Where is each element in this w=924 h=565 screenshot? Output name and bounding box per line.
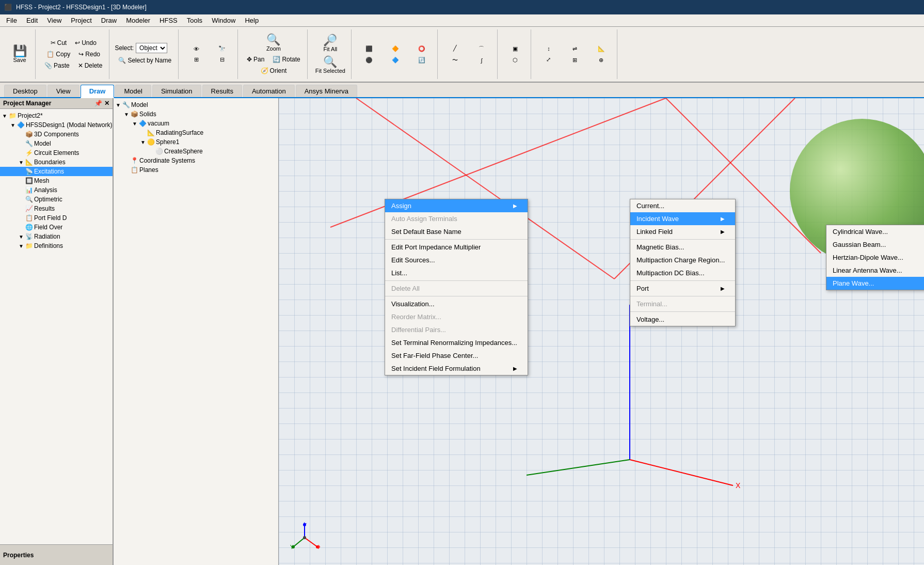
project-tree-item[interactable]: ⚡Circuit Elements: [0, 148, 113, 158]
sphere-tool[interactable]: ⚫: [357, 55, 381, 65]
cylinder-tool[interactable]: 🔶: [383, 44, 408, 54]
context-menu-item-set-far-field-phase-center---[interactable]: Set Far-Field Phase Center...: [385, 349, 528, 362]
context-menu-item-list---[interactable]: List...: [385, 266, 528, 279]
menu-item-help[interactable]: Help: [241, 15, 263, 25]
paste-button[interactable]: 📎 Paste: [41, 60, 73, 71]
rotate-button[interactable]: 🔄 Rotate: [269, 54, 304, 65]
model-tree-item[interactable]: ▼🟡Sphere1: [114, 137, 278, 147]
model-tree-item[interactable]: ▼🔧Model: [114, 100, 278, 109]
menu-item-view[interactable]: View: [43, 15, 66, 25]
view-btn-2[interactable]: 🔭: [210, 44, 234, 54]
fit-all-button[interactable]: 🔎 Fit All: [318, 33, 343, 54]
expand-icon[interactable]: ▼: [19, 243, 25, 249]
move-tool[interactable]: ↕: [536, 44, 561, 53]
model-tree-item[interactable]: 📍Coordinate Systems: [114, 156, 278, 165]
select-dropdown[interactable]: Object Face Edge Vertex: [136, 43, 167, 53]
viewport[interactable]: Z X Z X Y: [279, 98, 924, 565]
box-tool[interactable]: ⬛: [357, 44, 381, 54]
copy-button[interactable]: 📋 Copy: [43, 49, 74, 59]
fit-selected-button[interactable]: 🔍 Fit Selected: [313, 55, 348, 75]
save-button[interactable]: 💾 Save: [7, 44, 32, 65]
select-by-name-button[interactable]: 🔍 Select by Name: [115, 55, 175, 66]
context-menu-item-edit-sources---[interactable]: Edit Sources...: [385, 254, 528, 266]
tab-ansys-minerva[interactable]: Ansys Minerva: [296, 85, 357, 97]
pin-icon[interactable]: 📌: [94, 100, 102, 107]
menu-item-project[interactable]: Project: [67, 15, 95, 25]
context-menu-item-cylindrical-wave---[interactable]: Cylindrical Wave...: [826, 225, 924, 238]
subtract-tool[interactable]: ⬡: [503, 55, 528, 65]
tab-automation[interactable]: Automation: [243, 85, 295, 97]
context-menu-item-linear-antenna-wave---[interactable]: Linear Antenna Wave...: [826, 264, 924, 277]
spline-tool[interactable]: 〜: [443, 55, 468, 66]
context-menu-item-assign[interactable]: Assign▶: [385, 199, 528, 212]
menu-item-file[interactable]: File: [2, 15, 21, 25]
expand-icon[interactable]: ▼: [140, 139, 147, 145]
model-tree-item[interactable]: 📋Planes: [114, 165, 278, 175]
project-tree-item[interactable]: 📊Analysis: [0, 185, 113, 195]
project-tree-item[interactable]: ▼🔷HFSSDesign1 (Modal Network)*: [0, 120, 113, 130]
menu-item-window[interactable]: Window: [208, 15, 240, 25]
expand-icon[interactable]: ▼: [116, 102, 122, 108]
array-tool[interactable]: ⊞: [563, 55, 587, 65]
unite-tool[interactable]: ▣: [503, 44, 528, 54]
menu-item-modeler[interactable]: Modeler: [122, 15, 154, 25]
context-menu-excitations[interactable]: Assign▶Auto Assign TerminalsSet Default …: [385, 199, 528, 375]
context-menu-assign[interactable]: Current...Incident Wave▶Linked Field▶Mag…: [630, 199, 736, 326]
context-menu-item-set-incident-field-formulation[interactable]: Set Incident Field Formulation▶: [385, 362, 528, 375]
context-menu-incident-wave[interactable]: Cylindrical Wave...Gaussian Beam...Hertz…: [826, 225, 924, 290]
context-menu-item-linked-field[interactable]: Linked Field▶: [630, 225, 735, 238]
zoom-button[interactable]: 🔍 Zoom: [261, 33, 286, 53]
project-tree-item[interactable]: 🌐Field Over: [0, 223, 113, 232]
model-tree-item[interactable]: ▼🔷vacuum: [114, 119, 278, 128]
project-tree-item[interactable]: ▼📡Radiation: [0, 232, 113, 241]
expand-icon[interactable]: ▼: [19, 234, 25, 240]
project-tree-item[interactable]: 📡Excitations: [0, 167, 113, 176]
close-panel-icon[interactable]: ✕: [104, 100, 109, 107]
scale-tool[interactable]: ⤢: [536, 55, 561, 65]
context-menu-item-current---[interactable]: Current...: [630, 199, 735, 212]
fillet-tool[interactable]: ∫: [469, 56, 494, 65]
context-menu-item-visualization---[interactable]: Visualization...: [385, 297, 528, 310]
tab-simulation[interactable]: Simulation: [152, 85, 201, 97]
project-tree-item[interactable]: ▼📐Boundaries: [0, 158, 113, 167]
context-menu-item-multipaction-dc-bias---[interactable]: Multipaction DC Bias...: [630, 266, 735, 279]
arc-tool[interactable]: ⌒: [469, 43, 494, 54]
context-menu-item-set-terminal-renormalizing-impedances---[interactable]: Set Terminal Renormalizing Impedances...: [385, 336, 528, 349]
project-tree-item[interactable]: 📦3D Components: [0, 130, 113, 139]
pan-button[interactable]: ✥ Pan: [243, 54, 268, 65]
project-tree-item[interactable]: 📋Port Field D: [0, 213, 113, 223]
measure-tool[interactable]: 📐: [589, 44, 614, 54]
context-menu-item-hertzian-dipole-wave---[interactable]: Hertzian-Dipole Wave...: [826, 251, 924, 264]
project-tree-item[interactable]: 🔧Model: [0, 139, 113, 148]
expand-icon[interactable]: ▼: [132, 121, 138, 127]
context-menu-item-port[interactable]: Port▶: [630, 282, 735, 295]
model-tree-item[interactable]: ⚪CreateSphere: [114, 147, 278, 156]
model-tree-item[interactable]: 📐RadiatingSurface: [114, 128, 278, 137]
torus-tool[interactable]: ⭕: [409, 44, 434, 54]
tab-model[interactable]: Model: [115, 85, 151, 97]
expand-icon[interactable]: ▼: [10, 122, 17, 128]
tab-draw[interactable]: Draw: [81, 85, 115, 98]
view-btn-1[interactable]: 👁: [184, 44, 209, 54]
delete-button[interactable]: ✕ Delete: [74, 60, 106, 71]
context-menu-item-edit-port-impedance-multiplier[interactable]: Edit Port Impedance Multiplier: [385, 241, 528, 254]
helix-tool[interactable]: 🔃: [409, 55, 434, 65]
model-tree-item[interactable]: ▼📦Solids: [114, 109, 278, 119]
undo-button[interactable]: ↩ Undo: [71, 38, 100, 48]
cut-button[interactable]: ✂ Cut: [47, 38, 71, 48]
project-tree-item[interactable]: ▼📁Definitions: [0, 241, 113, 250]
coordinate-tool[interactable]: ⊕: [589, 55, 614, 65]
context-menu-item-gaussian-beam---[interactable]: Gaussian Beam...: [826, 238, 924, 251]
project-tree-item[interactable]: ▼📁Project2*: [0, 111, 113, 120]
tab-view[interactable]: View: [47, 85, 79, 97]
context-menu-item-set-default-base-name[interactable]: Set Default Base Name: [385, 225, 528, 238]
expand-icon[interactable]: ▼: [2, 113, 8, 119]
expand-icon[interactable]: ▼: [124, 112, 130, 117]
mirror-tool[interactable]: ⇌: [563, 44, 587, 54]
context-menu-item-magnetic-bias---[interactable]: Magnetic Bias...: [630, 241, 735, 254]
tab-results[interactable]: Results: [202, 85, 242, 97]
context-menu-item-multipaction-charge-region---[interactable]: Multipaction Charge Region...: [630, 254, 735, 266]
project-tree-item[interactable]: 🔍Optimetric: [0, 195, 113, 204]
view-btn-4[interactable]: ⊟: [210, 55, 234, 65]
context-menu-item-plane-wave---[interactable]: Plane Wave...: [826, 277, 924, 290]
